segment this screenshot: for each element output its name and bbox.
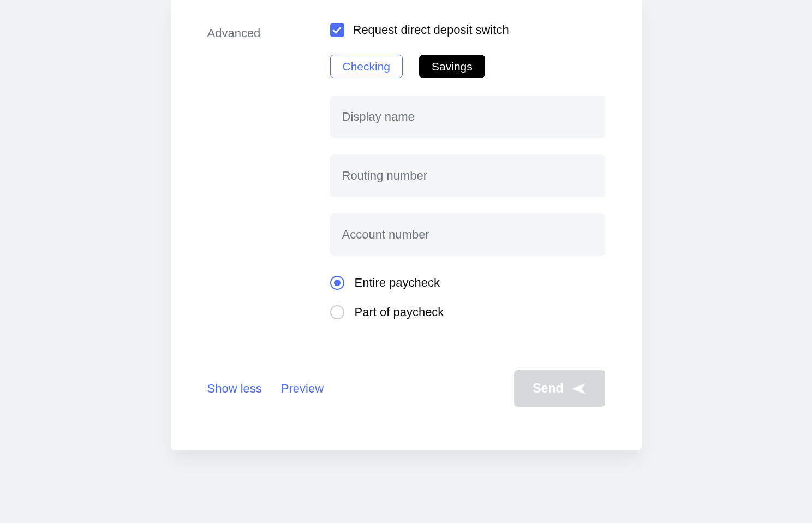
savings-button[interactable]: Savings (419, 55, 485, 78)
paycheck-radio-group: Entire paycheck Part of paycheck (330, 276, 605, 319)
request-deposit-switch-row[interactable]: Request direct deposit switch (330, 23, 605, 37)
advanced-section: Advanced Request direct deposit switch C… (207, 23, 605, 335)
section-label: Advanced (207, 23, 297, 40)
request-deposit-switch-checkbox[interactable] (330, 23, 344, 37)
account-number-input[interactable] (330, 213, 605, 256)
entire-paycheck-row[interactable]: Entire paycheck (330, 276, 605, 290)
form-content: Request direct deposit switch Checking S… (330, 23, 605, 335)
show-less-link[interactable]: Show less (207, 382, 262, 396)
check-icon (332, 26, 342, 35)
form-card: Advanced Request direct deposit switch C… (171, 0, 642, 450)
part-paycheck-row[interactable]: Part of paycheck (330, 305, 605, 319)
preview-link[interactable]: Preview (281, 382, 324, 396)
display-name-input[interactable] (330, 96, 605, 138)
footer-links: Show less Preview (207, 382, 324, 396)
checking-button[interactable]: Checking (330, 55, 403, 78)
entire-paycheck-label: Entire paycheck (355, 276, 440, 290)
send-button-label: Send (533, 381, 563, 396)
form-footer: Show less Preview Send (207, 370, 605, 407)
entire-paycheck-radio[interactable] (330, 276, 344, 290)
send-button[interactable]: Send (514, 370, 605, 407)
request-deposit-switch-label: Request direct deposit switch (353, 23, 509, 37)
routing-number-input[interactable] (330, 154, 605, 197)
send-icon (571, 382, 587, 396)
account-type-toggle: Checking Savings (330, 55, 605, 78)
part-paycheck-label: Part of paycheck (355, 305, 444, 319)
part-paycheck-radio[interactable] (330, 305, 344, 319)
